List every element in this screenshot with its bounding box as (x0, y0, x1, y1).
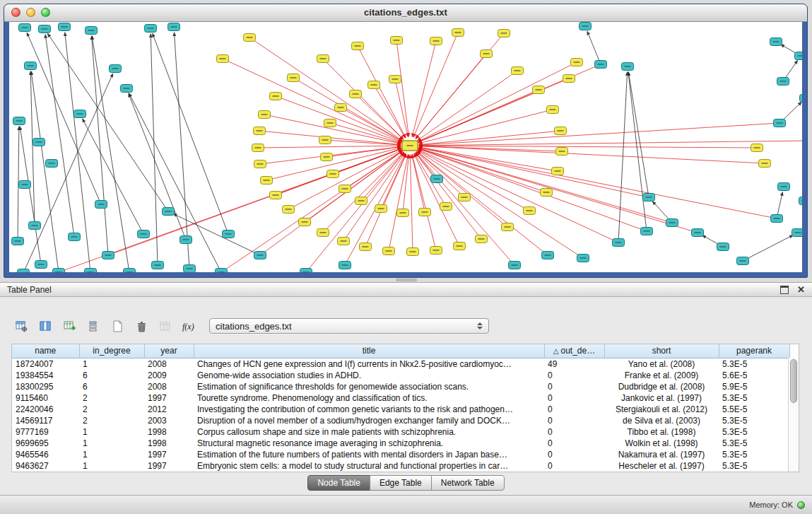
close-panel-icon[interactable]: ✕ (797, 285, 805, 294)
graph-node[interactable] (547, 106, 559, 114)
graph-node[interactable] (355, 197, 367, 205)
table-scrollbar[interactable] (788, 358, 799, 472)
graph-node[interactable] (555, 127, 567, 135)
graph-node[interactable] (571, 59, 583, 66)
graph-node[interactable] (270, 192, 282, 199)
table-row[interactable]: 977716911998Corpus callosum shape and si… (12, 426, 789, 438)
graph-node[interactable] (254, 127, 266, 135)
graph-node[interactable] (102, 252, 114, 259)
graph-node[interactable] (795, 52, 803, 60)
graph-node[interactable] (552, 168, 564, 175)
graph-node[interactable] (389, 76, 401, 83)
graph-node[interactable] (777, 78, 789, 86)
graph-node[interactable] (254, 252, 266, 259)
graph-node[interactable] (771, 215, 783, 223)
graph-node[interactable] (110, 65, 122, 73)
graph-node[interactable] (339, 262, 351, 269)
graph-node[interactable] (338, 238, 350, 245)
graph-node[interactable] (259, 111, 271, 119)
new-file-button[interactable] (107, 317, 127, 335)
graph-node[interactable] (452, 29, 464, 37)
graph-node[interactable] (643, 194, 655, 201)
graph-node[interactable] (74, 110, 86, 118)
graph-node[interactable] (454, 243, 466, 250)
graph-node[interactable] (145, 25, 157, 33)
graph-node[interactable] (737, 257, 749, 265)
graph-node[interactable] (440, 203, 452, 211)
graph-node[interactable] (717, 243, 729, 251)
graph-node[interactable] (622, 63, 634, 71)
graph-node[interactable] (476, 235, 488, 243)
graph-node[interactable] (541, 189, 553, 197)
tab-network-table[interactable]: Network Table (431, 475, 505, 491)
function-builder-button[interactable]: f(x) (180, 317, 199, 335)
graph-node[interactable] (481, 50, 493, 58)
graph-node[interactable] (69, 233, 81, 241)
graph-node[interactable] (12, 238, 24, 245)
graph-node[interactable] (138, 230, 150, 238)
graph-node[interactable] (751, 144, 763, 152)
graph-node[interactable] (579, 23, 592, 30)
graph-node[interactable] (121, 85, 133, 93)
graph-node[interactable] (502, 223, 514, 231)
graph-node[interactable] (168, 23, 180, 31)
graph-node[interactable] (299, 218, 311, 226)
graph-node[interactable] (339, 185, 351, 193)
graph-node[interactable] (217, 55, 229, 63)
network-window-titlebar[interactable]: citations_edges.txt (4, 4, 807, 22)
table-row[interactable]: 1830029562008Estimation of significance … (12, 381, 789, 392)
graph-node[interactable] (19, 181, 31, 189)
graph-node[interactable] (261, 177, 273, 185)
graph-node[interactable] (327, 170, 339, 178)
graph-node[interactable] (180, 236, 192, 244)
show-columns-button[interactable] (35, 317, 55, 335)
graph-node[interactable] (792, 229, 803, 237)
graph-node[interactable] (300, 269, 312, 273)
column-header-title[interactable]: title (194, 344, 544, 358)
graph-node[interactable] (350, 90, 362, 98)
graph-node[interactable] (321, 153, 333, 161)
graph-node[interactable] (666, 219, 678, 227)
graph-node[interactable] (391, 37, 403, 45)
graph-node[interactable] (509, 262, 521, 269)
graph-node[interactable] (252, 144, 264, 152)
graph-node[interactable] (319, 136, 331, 144)
table-row[interactable]: 946362711997Embryonic stem cells: a mode… (12, 460, 789, 472)
graph-node[interactable] (244, 34, 256, 42)
graph-node[interactable] (25, 62, 37, 70)
graph-node[interactable] (512, 67, 524, 75)
graph-node[interactable] (360, 243, 372, 251)
graph-node[interactable] (13, 117, 25, 125)
graph-node[interactable] (383, 247, 395, 255)
graph-node[interactable] (774, 119, 786, 127)
new-column-button[interactable] (59, 317, 79, 335)
graph-node[interactable] (800, 95, 803, 103)
column-header-in_degree[interactable]: in_degree (79, 344, 144, 358)
table-row[interactable]: 1938455462009Genome-wide association stu… (12, 370, 789, 381)
graph-node[interactable] (184, 265, 196, 273)
graph-node[interactable] (53, 269, 65, 273)
graph-node[interactable] (407, 248, 419, 256)
graph-node[interactable] (283, 206, 295, 214)
graph-node[interactable] (335, 104, 347, 112)
graph-node[interactable] (35, 261, 47, 269)
graph-node[interactable] (39, 25, 51, 33)
graph-node[interactable] (46, 160, 58, 168)
table-row[interactable]: 911546021997Tourette syndrome. Phenomeno… (12, 392, 789, 404)
graph-node[interactable] (33, 139, 45, 146)
graph-node[interactable] (19, 24, 31, 32)
graph-node[interactable] (317, 55, 329, 63)
table-row[interactable]: 969969511998Structural magnetic resonanc… (12, 438, 789, 449)
graph-node[interactable] (419, 209, 431, 216)
tab-node-table[interactable]: Node Table (307, 475, 370, 491)
graph-node[interactable] (778, 183, 790, 191)
graph-node[interactable] (18, 269, 30, 273)
graph-node[interactable] (641, 228, 653, 235)
row-options-button[interactable] (83, 317, 103, 335)
table-mode-button[interactable] (11, 317, 31, 335)
graph-node[interactable] (368, 81, 380, 89)
graph-node[interactable] (270, 93, 282, 100)
scrollbar-thumb[interactable] (790, 359, 797, 403)
graph-node[interactable] (692, 229, 704, 237)
graph-node[interactable] (770, 38, 782, 46)
